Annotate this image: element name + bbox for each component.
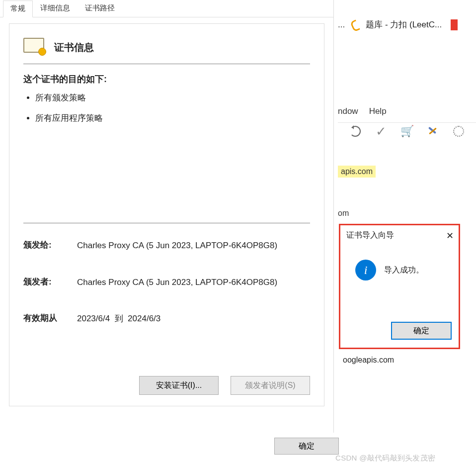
validity-row: 有效期从 2023/6/4 到 2024/6/3 [23,312,310,325]
charles-menu: ndow Help [338,104,476,122]
purpose-list: 所有颁发策略 所有应用程序策略 [35,92,310,124]
purpose-item: 所有应用程序策略 [35,112,310,124]
cert-tabs: 常规 详细信息 证书路径 [0,0,333,17]
refresh-icon[interactable] [349,125,362,138]
info-icon: i [355,260,376,280]
import-wizard-dialog: 证书导入向导 ✕ i 导入成功。 确定 [339,224,460,349]
tab-cert-path[interactable]: 证书路径 [78,0,122,17]
browser-tab-title: 题库 - 力扣 (LeetC... [366,19,442,30]
host-item-highlighted[interactable]: apis.com [338,166,376,178]
wizard-body: i 导入成功。 [340,245,459,280]
tab-ellipsis: ... [338,20,345,30]
certificate-dialog: 常规 详细信息 证书路径 证书信息 这个证书的目的如下: 所有颁发策略 所有应用… [0,0,334,433]
host-item[interactable]: om [338,207,476,219]
tab-general[interactable]: 常规 [3,0,33,17]
wizard-message: 导入成功。 [384,265,424,276]
host-item[interactable]: oogleapis.com [343,356,394,365]
cert-body: 证书信息 这个证书的目的如下: 所有颁发策略 所有应用程序策略 颁发给: Cha… [9,23,324,406]
cert-buttons: 安装证书(I)... 颁发者说明(S) [139,376,310,395]
menu-window[interactable]: ndow [338,106,358,116]
purpose-item: 所有颁发策略 [35,92,310,103]
cert-info-block: 颁发给: Charles Proxy CA (5 Jun 2023, LAPTO… [23,223,310,325]
gear-icon[interactable] [452,125,465,138]
validity-to: 2024/6/3 [128,314,160,323]
charles-host-list: apis.com om [338,142,476,219]
wizard-titlebar: 证书导入向导 ✕ [340,225,459,245]
tab-details[interactable]: 详细信息 [33,0,78,17]
wizard-button-row: 确定 [391,322,452,340]
check-icon[interactable]: ✓ [375,125,388,138]
charles-toolbar: ✓ 🛒 [338,122,476,142]
certificate-icon [23,38,46,57]
red-square-icon [451,19,458,30]
validity-from: 2023/6/4 [77,314,110,323]
issued-to-value: Charles Proxy CA (5 Jun 2023, LAPTOP-6K4… [77,239,310,252]
watermark: CSDN @敲代码敲到头发茂密 [335,454,435,463]
issued-to-row: 颁发给: Charles Proxy CA (5 Jun 2023, LAPTO… [23,239,310,252]
tools-icon[interactable] [426,125,439,138]
issued-to-label: 颁发给: [23,239,77,252]
wizard-ok-button[interactable]: 确定 [391,322,452,340]
validity-to-word: 到 [115,314,123,323]
divider [23,64,310,64]
leetcode-icon [350,19,361,30]
browser-tab[interactable]: ... 题库 - 力扣 (LeetC... [338,19,458,30]
purpose-heading: 这个证书的目的如下: [23,73,310,85]
menu-help[interactable]: Help [369,106,387,116]
validity-value: 2023/6/4 到 2024/6/3 [77,312,310,325]
cert-header: 证书信息 [23,38,310,57]
issuer-statement-button: 颁发者说明(S) [231,376,310,395]
validity-label: 有效期从 [23,312,77,325]
cert-ok-row: 确定 [274,438,339,455]
cert-title: 证书信息 [54,41,94,54]
issuer-value: Charles Proxy CA (5 Jun 2023, LAPTOP-6K4… [77,276,310,289]
issuer-row: 颁发者: Charles Proxy CA (5 Jun 2023, LAPTO… [23,276,310,289]
issuer-label: 颁发者: [23,276,77,289]
wizard-title: 证书导入向导 [346,230,394,241]
close-icon[interactable]: ✕ [446,231,454,240]
install-cert-button[interactable]: 安装证书(I)... [139,376,219,395]
charles-window: ndow Help ✓ 🛒 apis.com om [338,104,476,219]
cert-ok-button[interactable]: 确定 [274,438,339,455]
bucket-icon[interactable]: 🛒 [400,125,413,138]
